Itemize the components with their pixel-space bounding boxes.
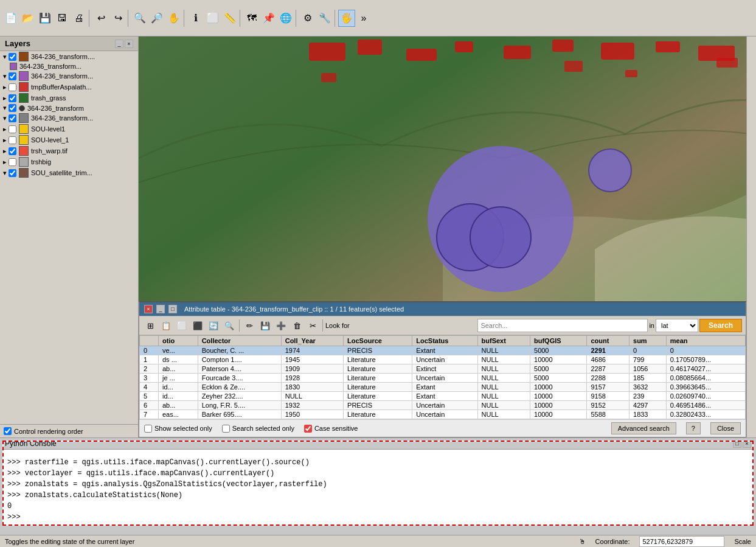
select-button[interactable]: ⬜ (204, 10, 221, 27)
cut-button[interactable]: ✂ (305, 318, 320, 333)
save-as-button[interactable]: 🖫 (54, 10, 71, 27)
list-item[interactable]: 364-236_transform... (0, 62, 138, 71)
expand-icon[interactable]: ▸ (1, 94, 9, 102)
pan-button[interactable]: ✋ (165, 10, 182, 27)
add-feature-button[interactable]: ➕ (274, 318, 288, 333)
invert-selection-button[interactable]: 🔄 (206, 318, 221, 333)
search-input[interactable] (477, 319, 648, 332)
layer-visibility-checkbox[interactable] (9, 104, 16, 112)
expand-icon[interactable]: ▸ (1, 158, 9, 166)
table-row[interactable]: 6ab...Long, F.R. 5....1932PRECISUncertai… (140, 401, 746, 410)
attribute-table-scroll[interactable]: otio Collector Coll_Year LocSource LocSt… (139, 335, 746, 419)
plugins-button[interactable]: 🔧 (316, 10, 333, 27)
console-close-button[interactable]: × (743, 441, 751, 448)
filter-button[interactable]: 🔍 (222, 318, 237, 333)
layers-minimize-button[interactable]: _ (115, 40, 123, 48)
layer-visibility-checkbox[interactable] (9, 94, 16, 102)
list-item[interactable]: ▸ trsh_warp.tif (0, 145, 138, 156)
col-header-mean[interactable]: mean (666, 336, 745, 346)
table-row[interactable]: 7eas...Barker 695....1950LiteratureUncer… (140, 410, 746, 419)
undo-button[interactable]: ↩ (92, 10, 109, 27)
case-sensitive-label[interactable]: Case sensitive (304, 425, 358, 433)
search-button[interactable]: Search (699, 319, 742, 332)
case-sensitive-checkbox[interactable] (304, 425, 312, 433)
map-canvas[interactable]: × _ □ Attribute table - 364-236_transfor… (139, 37, 746, 437)
new-button[interactable]: 📄 (2, 10, 19, 27)
col-header-bufsext[interactable]: bufSext (477, 336, 530, 346)
expand-icon[interactable]: ▸ (1, 147, 9, 155)
list-item[interactable]: ▸ SOU-level_1 (0, 134, 138, 145)
col-header-collector[interactable]: Collector (198, 336, 281, 346)
table-row[interactable]: 0ve...Boucher, C. ...1974PRECISExtantNUL… (140, 346, 746, 355)
settings-button[interactable]: ⚙ (299, 10, 316, 27)
expand-icon[interactable]: ▾ (1, 72, 9, 80)
layers-close-button[interactable]: × (125, 40, 133, 48)
col-header-locsource[interactable]: LocSource (344, 336, 412, 346)
expand-icon[interactable]: ▸ (1, 125, 9, 133)
maximize-window-button[interactable]: □ (168, 305, 177, 313)
show-selected-only-checkbox[interactable] (144, 425, 152, 433)
table-row[interactable]: 3je ...Fourcade 3....1928LiteratureUncer… (140, 374, 746, 383)
expand-icon[interactable]: ▾ (1, 114, 9, 122)
add-vector-button[interactable]: 📌 (260, 10, 277, 27)
layer-visibility-checkbox[interactable] (9, 72, 16, 80)
table-row[interactable]: 1ds ...Compton 1....1945LiteratureUncert… (140, 355, 746, 364)
open-button[interactable]: 📂 (19, 10, 36, 27)
close-window-button[interactable]: × (144, 305, 153, 313)
col-header-count[interactable]: count (587, 336, 629, 346)
list-item[interactable]: ▸ tmpBufferAspalath... (0, 82, 138, 92)
col-header-index[interactable] (140, 336, 159, 346)
hand-tool-button[interactable]: 🖐 (338, 10, 355, 27)
col-header-coll-year[interactable]: Coll_Year (281, 336, 343, 346)
delete-feature-button[interactable]: 🗑 (290, 318, 304, 333)
zoom-out-button[interactable]: 🔎 (148, 10, 165, 27)
layer-visibility-checkbox[interactable] (9, 158, 16, 166)
print-button[interactable]: 🖨 (71, 10, 88, 27)
col-header-sum[interactable]: sum (629, 336, 667, 346)
expand-icon[interactable]: ▾ (1, 104, 9, 112)
list-item[interactable]: ▸ trash_grass (0, 92, 138, 103)
right-scrollbar[interactable] (746, 37, 756, 437)
expand-icon[interactable]: ▸ (1, 136, 9, 144)
identify-button[interactable]: ℹ (187, 10, 204, 27)
layer-visibility-checkbox[interactable] (9, 169, 16, 177)
coordinate-input[interactable] (639, 536, 724, 547)
list-item[interactable]: ▾ 364-236_transform... (0, 113, 138, 124)
layer-visibility-checkbox[interactable] (9, 114, 16, 122)
layer-visibility-checkbox[interactable] (9, 125, 16, 133)
select-all-button[interactable]: ⬜ (175, 318, 189, 333)
layer-visibility-checkbox[interactable] (9, 147, 16, 155)
list-item[interactable]: ▾ 364-236_transform.... (0, 51, 138, 62)
list-item[interactable]: ▾ SOU_satellite_trim... (0, 167, 138, 178)
measure-button[interactable]: 📏 (221, 10, 238, 27)
close-attribute-table-button[interactable]: Close (710, 422, 741, 434)
layer-visibility-checkbox[interactable] (9, 53, 16, 61)
save-edits-button[interactable]: 💾 (258, 318, 272, 333)
add-wms-button[interactable]: 🌐 (277, 10, 294, 27)
col-header-otio[interactable]: otio (159, 336, 198, 346)
console-minimize-button[interactable]: □ (733, 441, 741, 448)
control-rendering-order-checkbox[interactable] (4, 427, 12, 435)
table-row[interactable]: 5id...Zeyher 232....NULLLiteratureExtant… (140, 392, 746, 401)
col-header-bufqgis[interactable]: bufQGIS (530, 336, 587, 346)
in-field-select[interactable]: lat lon all (656, 319, 698, 332)
edit-toggle-button[interactable]: ✏ (242, 318, 257, 333)
table-row[interactable]: 4id...Ecklon & Ze....1830LiteratureExtan… (140, 383, 746, 392)
table-row[interactable]: 2ab...Paterson 4....1909LiteratureExtinc… (140, 364, 746, 374)
layer-visibility-checkbox[interactable] (9, 83, 16, 91)
form-view-button[interactable]: 📋 (159, 318, 173, 333)
list-item[interactable]: ▾ 364-236_transform (0, 103, 138, 113)
help-button[interactable]: ? (686, 422, 701, 434)
expand-icon[interactable]: ▾ (1, 53, 9, 61)
table-view-button[interactable]: ⊞ (143, 318, 158, 333)
expand-icon[interactable]: ▾ (1, 169, 9, 177)
redo-button[interactable]: ↪ (109, 10, 127, 27)
save-button[interactable]: 💾 (36, 10, 54, 27)
col-header-locstatus[interactable]: LocStatus (412, 336, 477, 346)
search-selected-only-checkbox[interactable] (222, 425, 230, 433)
add-raster-button[interactable]: 🗺 (243, 10, 260, 27)
show-selected-only-label[interactable]: Show selected only (144, 425, 212, 433)
minimize-window-button[interactable]: _ (156, 305, 165, 313)
search-selected-only-label[interactable]: Search selected only (222, 425, 294, 433)
list-item[interactable]: ▸ trshbig (0, 156, 138, 167)
